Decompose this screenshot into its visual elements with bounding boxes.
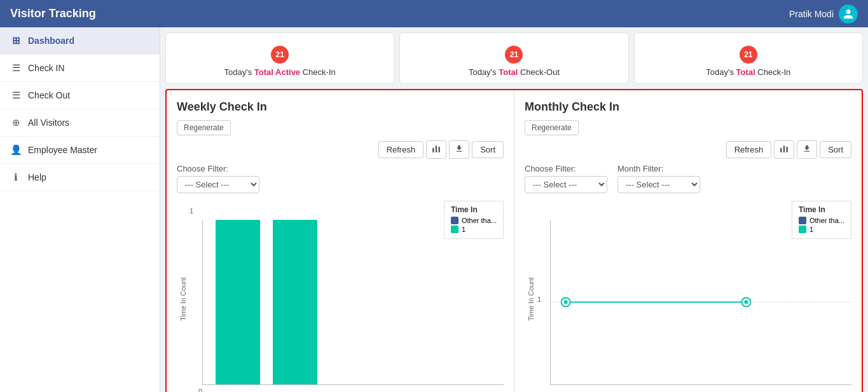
sidebar: ⊞ Dashboard ☰ Check IN ☰ Check Out ⊕ All…: [0, 27, 160, 392]
monthly-legend-label-0: Other tha...: [809, 217, 844, 224]
check-out-icon: ☰: [10, 90, 22, 101]
summary-cards: 21 Today's Total Active Check-In 21 Toda…: [165, 32, 863, 84]
sidebar-item-check-in-label: Check IN: [28, 63, 65, 73]
weekly-bars-group: [203, 220, 504, 384]
monthly-line-area: [550, 220, 851, 385]
weekly-filter-group: Choose Filter: --- Select ---: [177, 164, 259, 193]
weekly-export-button[interactable]: [449, 140, 469, 159]
svg-rect-3: [780, 148, 782, 152]
monthly-regenerate-button[interactable]: Regenerate: [525, 120, 579, 135]
weekly-bars-area: [202, 220, 504, 385]
sidebar-item-help[interactable]: ℹ Help: [0, 164, 160, 191]
weekly-chart-title: Weekly Check In: [177, 100, 504, 114]
weekly-filter-select[interactable]: --- Select ---: [177, 176, 259, 193]
monthly-filter-select[interactable]: --- Select ---: [525, 176, 607, 193]
weekly-legend-label-0: Other tha...: [462, 217, 497, 224]
weekly-legend: Time In Other tha... 1: [444, 201, 504, 239]
sidebar-item-dashboard[interactable]: ⊞ Dashboard: [0, 27, 160, 55]
svg-rect-0: [432, 148, 434, 152]
sidebar-item-all-visitors[interactable]: ⊕ All Visitors: [0, 109, 160, 137]
monthly-filter-row: Choose Filter: --- Select --- Month Filt…: [525, 164, 851, 193]
sidebar-item-check-out-label: Check Out: [28, 90, 70, 100]
employee-icon: 👤: [10, 144, 22, 156]
sidebar-item-all-visitors-label: All Visitors: [28, 118, 69, 128]
weekly-legend-title: Time In: [451, 205, 497, 214]
weekly-y-axis-label: Time In Count: [177, 201, 189, 392]
monthly-chart-toolbar: Refresh Sort: [525, 140, 851, 159]
weekly-x-zero: 0: [198, 388, 202, 392]
card-active-checkin-label: Today's Total Active Check-In: [224, 67, 336, 77]
svg-point-11: [744, 301, 748, 304]
help-icon: ℹ: [10, 172, 22, 183]
monthly-line-svg: [551, 220, 851, 384]
card-checkout: 21 Today's Total Check-Out: [399, 32, 628, 84]
monthly-legend-item-1: 1: [799, 226, 844, 233]
main-content: 21 Today's Total Active Check-In 21 Toda…: [160, 27, 868, 392]
monthly-legend-label-1: 1: [809, 226, 813, 233]
sidebar-item-employee-label: Employee Master: [28, 145, 97, 155]
all-visitors-icon: ⊕: [10, 117, 22, 128]
svg-rect-5: [787, 147, 788, 152]
monthly-refresh-button[interactable]: Refresh: [726, 141, 772, 158]
weekly-legend-color-1: [451, 226, 458, 233]
weekly-sort-button[interactable]: Sort: [472, 141, 504, 158]
monthly-legend: Time In Other tha... 1: [792, 201, 851, 239]
svg-rect-1: [436, 145, 437, 152]
charts-section: Weekly Check In Regenerate Refresh Sort …: [165, 89, 863, 392]
weekly-legend-item-1: 1: [451, 226, 497, 233]
app-title: Visitor Tracking: [10, 7, 96, 20]
card-total-checkin: 21 Today's Total Check-In: [634, 32, 863, 84]
user-avatar: [839, 4, 858, 24]
weekly-y-tick: 1: [189, 207, 193, 215]
sidebar-item-check-out[interactable]: ☰ Check Out: [0, 82, 160, 109]
dashboard-icon: ⊞: [10, 35, 22, 46]
monthly-line-chart: Time In Count Time In Other tha... 1: [525, 201, 851, 392]
card-active-checkin-badge: 21: [271, 46, 289, 64]
weekly-legend-label-1: 1: [462, 226, 465, 233]
check-in-icon: ☰: [10, 62, 22, 74]
app-header: Visitor Tracking Pratik Modi: [0, 0, 868, 27]
weekly-regenerate-button[interactable]: Regenerate: [177, 120, 231, 135]
monthly-filter-label: Choose Filter:: [525, 164, 607, 173]
monthly-bar-chart-icon-button[interactable]: [774, 140, 794, 159]
app-layout: ⊞ Dashboard ☰ Check IN ☰ Check Out ⊕ All…: [0, 0, 868, 392]
card-checkout-badge: 21: [505, 46, 523, 64]
weekly-bar-2: [273, 220, 317, 384]
monthly-month-filter-select[interactable]: --- Select ---: [617, 176, 700, 193]
monthly-month-filter-group: Month Filter: --- Select ---: [617, 164, 700, 193]
monthly-legend-title: Time In: [799, 205, 844, 214]
monthly-filter-group: Choose Filter: --- Select ---: [525, 164, 607, 193]
card-active-checkin: 21 Today's Total Active Check-In: [165, 32, 394, 84]
card-checkout-label: Today's Total Check-Out: [469, 67, 560, 77]
sidebar-item-dashboard-label: Dashboard: [28, 36, 74, 46]
monthly-chart-title: Monthly Check In: [525, 100, 851, 114]
monthly-y-tick: 1: [537, 295, 541, 303]
monthly-legend-item-0: Other tha...: [799, 217, 844, 224]
monthly-y-axis-label: Time In Count: [525, 201, 537, 392]
weekly-legend-color-0: [451, 217, 458, 224]
weekly-chart-toolbar: Refresh Sort: [177, 140, 504, 159]
monthly-chart-panel: Monthly Check In Regenerate Refresh Sort…: [514, 90, 862, 392]
card-total-checkin-badge: 21: [740, 46, 757, 64]
svg-point-9: [564, 301, 568, 304]
weekly-legend-item-0: Other tha...: [451, 217, 497, 224]
weekly-bar-1: [216, 220, 260, 384]
monthly-legend-color-1: [799, 226, 806, 233]
user-name: Pratik Modi: [789, 9, 834, 19]
monthly-sort-button[interactable]: Sort: [820, 141, 851, 158]
weekly-bar-chart: Time In Count Time In Other tha... 1: [177, 201, 504, 392]
weekly-filter-row: Choose Filter: --- Select ---: [177, 164, 504, 193]
sidebar-item-check-in[interactable]: ☰ Check IN: [0, 55, 160, 82]
svg-rect-4: [783, 145, 785, 152]
svg-rect-2: [439, 147, 440, 152]
card-total-checkin-label: Today's Total Check-In: [706, 67, 790, 77]
monthly-legend-color-0: [799, 217, 806, 224]
weekly-bar-chart-icon-button[interactable]: [426, 140, 446, 159]
sidebar-item-help-label: Help: [28, 172, 46, 182]
user-info: Pratik Modi: [789, 4, 858, 24]
monthly-month-filter-label: Month Filter:: [617, 164, 700, 173]
sidebar-item-employee-master[interactable]: 👤 Employee Master: [0, 137, 160, 164]
weekly-chart-panel: Weekly Check In Regenerate Refresh Sort …: [167, 90, 514, 392]
weekly-refresh-button[interactable]: Refresh: [378, 141, 424, 158]
monthly-export-button[interactable]: [797, 140, 817, 159]
